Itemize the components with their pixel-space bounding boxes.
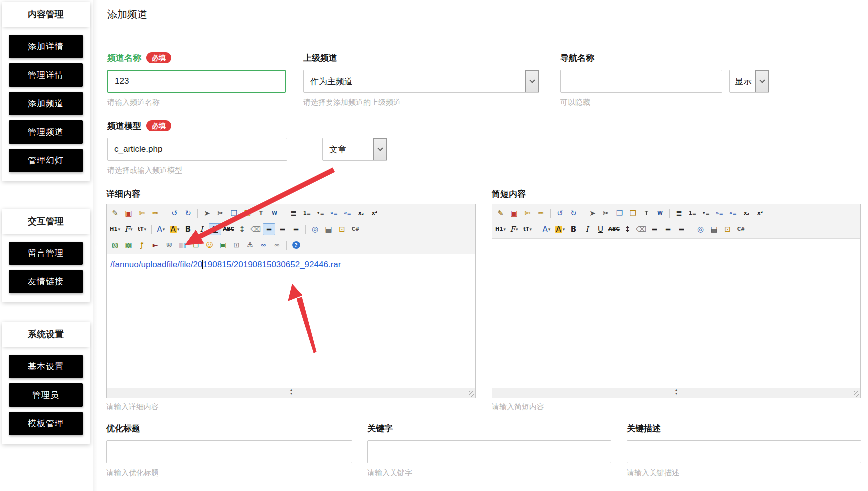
- italic-icon[interactable]: I: [195, 223, 208, 235]
- copy-icon[interactable]: ❐: [228, 207, 240, 219]
- sidebar-item-manage-channel[interactable]: 管理频道: [9, 120, 83, 144]
- paste-icon[interactable]: ❒: [627, 207, 639, 219]
- font-family-dropdown[interactable]: F▾: [122, 223, 135, 235]
- detail-editor-content[interactable]: /fannuo/uploadfile/file/20190815/2019081…: [107, 254, 475, 388]
- align-left-icon[interactable]: ≡: [648, 223, 661, 235]
- select-all-icon[interactable]: ➤: [201, 207, 213, 219]
- short-editor-content[interactable]: [492, 239, 860, 388]
- print-icon[interactable]: ▤: [708, 223, 720, 235]
- table-icon[interactable]: ▦: [176, 239, 189, 251]
- sidebar-item-template-manage[interactable]: 模板管理: [9, 412, 83, 435]
- remove-format-icon[interactable]: ⌫: [635, 223, 647, 235]
- clear-html-icon[interactable]: ✄: [521, 207, 534, 219]
- paste-word-icon[interactable]: W: [654, 207, 666, 219]
- sidebar-item-message-manage[interactable]: 留言管理: [9, 242, 83, 265]
- flash-icon[interactable]: ƒ: [136, 239, 148, 251]
- outdent-icon[interactable]: «≡: [727, 207, 739, 219]
- unlink-icon[interactable]: ∞: [271, 239, 283, 251]
- seo-title-input[interactable]: [106, 440, 352, 463]
- hr-icon[interactable]: ⊟: [190, 239, 202, 251]
- chevron-down-icon[interactable]: [373, 138, 387, 160]
- cut-icon[interactable]: ✂: [214, 207, 227, 219]
- text-color-dropdown[interactable]: A▾: [540, 223, 553, 235]
- channel-model-type-select[interactable]: 文章: [322, 138, 387, 161]
- resize-handle[interactable]: ▲▼: [287, 389, 295, 395]
- align-right-icon[interactable]: ≡: [290, 223, 302, 235]
- emoticon-icon[interactable]: ☺: [203, 239, 216, 251]
- cut-icon[interactable]: ✂: [600, 207, 612, 219]
- sidebar-item-manage-detail[interactable]: 管理详情: [9, 63, 83, 87]
- undo-icon[interactable]: ↺: [168, 207, 181, 219]
- paste-text-icon[interactable]: T: [640, 207, 653, 219]
- superscript-icon[interactable]: x²: [754, 207, 766, 219]
- redo-icon[interactable]: ↻: [182, 207, 194, 219]
- nav-name-input[interactable]: [560, 70, 722, 93]
- word-paste-clean-icon[interactable]: ✏: [149, 207, 162, 219]
- channel-name-input[interactable]: [107, 70, 286, 93]
- paste-icon[interactable]: ❒: [241, 207, 254, 219]
- ordered-list-icon[interactable]: 1≡: [301, 207, 313, 219]
- bold-icon[interactable]: B: [182, 223, 194, 235]
- help-icon[interactable]: ?: [290, 239, 302, 251]
- template-icon[interactable]: ⊡: [721, 223, 734, 235]
- strikethrough-icon[interactable]: ABC: [608, 223, 620, 235]
- align-right-icon[interactable]: ≡: [675, 223, 688, 235]
- text-color-dropdown[interactable]: A▾: [155, 223, 167, 235]
- line-height-icon[interactable]: ↕: [621, 223, 634, 235]
- chevron-down-icon[interactable]: [525, 70, 539, 92]
- unordered-list-icon[interactable]: •≡: [314, 207, 327, 219]
- fullscreen-icon[interactable]: ▣: [508, 207, 520, 219]
- preview-icon[interactable]: ◎: [694, 223, 707, 235]
- parent-channel-select[interactable]: 作为主频道: [303, 70, 539, 93]
- font-size-dropdown[interactable]: tT▾: [136, 223, 148, 235]
- remove-format-icon[interactable]: ⌫: [249, 223, 262, 235]
- line-height-icon[interactable]: ↕: [236, 223, 248, 235]
- code-icon[interactable]: C#: [349, 223, 362, 235]
- superscript-icon[interactable]: x²: [368, 207, 381, 219]
- channel-model-input[interactable]: [107, 138, 287, 161]
- sidebar-item-administrators[interactable]: 管理员: [9, 383, 83, 407]
- preview-icon[interactable]: ◎: [309, 223, 321, 235]
- highlight-color-dropdown[interactable]: A▾: [168, 223, 181, 235]
- corner-resize-grip[interactable]: [469, 391, 474, 397]
- source-icon[interactable]: ✎: [494, 207, 507, 219]
- image-space-icon[interactable]: ▣: [217, 239, 229, 251]
- keywords-input[interactable]: [367, 440, 611, 463]
- paste-text-icon[interactable]: T: [255, 207, 267, 219]
- highlight-color-dropdown[interactable]: A▾: [554, 223, 566, 235]
- outdent-icon[interactable]: «≡: [341, 207, 354, 219]
- sidebar-item-basic-settings[interactable]: 基本设置: [9, 355, 83, 378]
- attachment-icon[interactable]: ⋓: [163, 239, 175, 251]
- underline-icon[interactable]: U: [594, 223, 607, 235]
- justify-icon[interactable]: ≣: [287, 207, 300, 219]
- indent-icon[interactable]: »≡: [328, 207, 340, 219]
- font-size-dropdown[interactable]: tT▾: [521, 223, 534, 235]
- anchor-icon[interactable]: ⚓: [244, 239, 256, 251]
- page-break-icon[interactable]: ⊞: [230, 239, 243, 251]
- heading-dropdown[interactable]: H1▾: [494, 223, 507, 235]
- multi-image-icon[interactable]: ▩: [122, 239, 135, 251]
- uploaded-file-link[interactable]: /fannuo/uploadfile/file/20190815/2019081…: [110, 260, 341, 269]
- source-icon[interactable]: ✎: [109, 207, 121, 219]
- paste-word-icon[interactable]: W: [268, 207, 281, 219]
- undo-icon[interactable]: ↺: [554, 207, 566, 219]
- fullscreen-icon[interactable]: ▣: [122, 207, 135, 219]
- insert-image-icon[interactable]: ▧: [109, 239, 121, 251]
- code-icon[interactable]: C#: [735, 223, 747, 235]
- bold-icon[interactable]: B: [567, 223, 580, 235]
- indent-icon[interactable]: »≡: [713, 207, 726, 219]
- sidebar-item-friend-links[interactable]: 友情链接: [9, 270, 83, 293]
- clear-html-icon[interactable]: ✄: [136, 207, 148, 219]
- sidebar-item-add-detail[interactable]: 添加详情: [9, 35, 83, 58]
- redo-icon[interactable]: ↻: [567, 207, 580, 219]
- template-icon[interactable]: ⊡: [336, 223, 348, 235]
- nav-visibility-select[interactable]: 显示: [729, 70, 769, 93]
- chevron-down-icon[interactable]: [755, 70, 769, 92]
- word-paste-clean-icon[interactable]: ✏: [535, 207, 547, 219]
- select-all-icon[interactable]: ➤: [586, 207, 599, 219]
- heading-dropdown[interactable]: H1▾: [109, 223, 121, 235]
- description-input[interactable]: [627, 440, 861, 463]
- italic-icon[interactable]: I: [581, 223, 593, 235]
- align-left-icon[interactable]: ≡: [263, 223, 275, 235]
- subscript-icon[interactable]: x₂: [740, 207, 753, 219]
